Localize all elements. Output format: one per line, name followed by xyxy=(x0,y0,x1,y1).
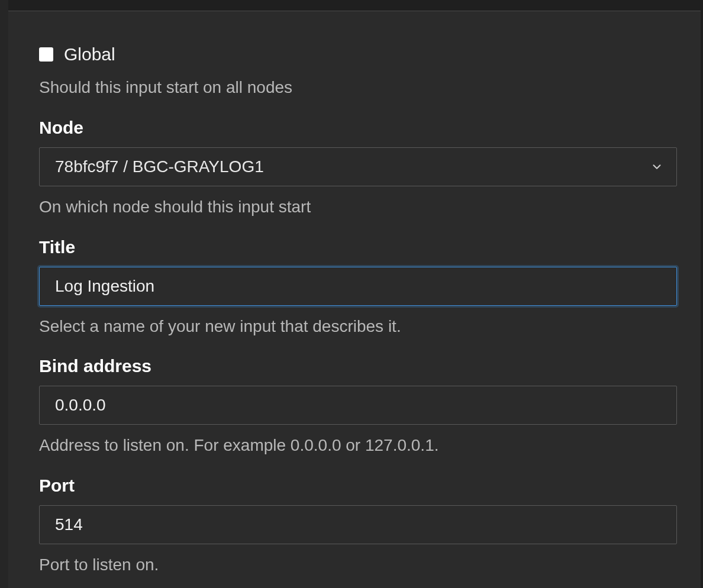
global-help-text: Should this input start on all nodes xyxy=(39,76,677,99)
form-panel: Global Should this input start on all no… xyxy=(8,11,701,588)
node-field: Node 78bfc9f7 / BGC-GRAYLOG1 On which no… xyxy=(39,118,677,218)
title-help-text: Select a name of your new input that des… xyxy=(39,315,677,338)
chevron-down-icon xyxy=(650,160,663,173)
port-field: Port Port to listen on. xyxy=(39,476,677,576)
bind-address-field: Bind address Address to listen on. For e… xyxy=(39,356,677,457)
global-checkbox[interactable] xyxy=(39,47,53,62)
port-help-text: Port to listen on. xyxy=(39,554,677,576)
bind-address-label: Bind address xyxy=(39,356,677,376)
global-checkbox-label: Global xyxy=(64,44,115,64)
title-label: Title xyxy=(39,237,677,257)
bind-address-help-text: Address to listen on. For example 0.0.0.… xyxy=(39,434,677,457)
global-checkbox-row[interactable]: Global xyxy=(39,44,677,64)
port-input[interactable] xyxy=(39,505,677,544)
title-input[interactable] xyxy=(39,267,677,306)
global-field: Global Should this input start on all no… xyxy=(39,44,677,99)
title-field: Title Select a name of your new input th… xyxy=(39,237,677,338)
node-select-value: 78bfc9f7 / BGC-GRAYLOG1 xyxy=(55,157,264,176)
node-select[interactable]: 78bfc9f7 / BGC-GRAYLOG1 xyxy=(39,147,677,186)
bind-address-input[interactable] xyxy=(39,386,677,425)
app-window: Global Should this input start on all no… xyxy=(0,0,703,588)
port-label: Port xyxy=(39,476,677,496)
node-label: Node xyxy=(39,118,677,138)
left-gutter xyxy=(0,0,8,588)
input-config-form: Global Should this input start on all no… xyxy=(8,11,701,588)
node-help-text: On which node should this input start xyxy=(39,196,677,218)
